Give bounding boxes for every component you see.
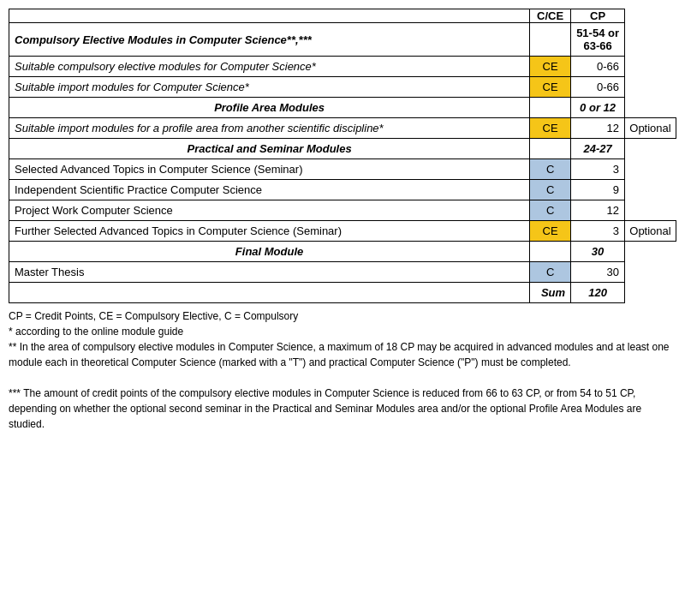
row-compulsory-elective-modules: Suitable compulsory elective modules for… [9,57,676,77]
section-final-module-optional [625,242,676,262]
row-independent-scientific: Independent Scientific Practice Computer… [9,180,676,200]
note-abbreviations: CP = Credit Points, CE = Compulsory Elec… [9,308,676,324]
cp-compulsory-elective: 0-66 [571,57,625,77]
optional-project-work [625,200,676,221]
optional-header [625,9,676,23]
section-final-module-cp: 30 [571,242,625,262]
cce-header: C/CE [530,9,571,23]
cp-import-cs: 0-66 [571,77,625,98]
cce-further-advanced: CE [530,221,571,242]
module-project-work: Project Work Computer Science [9,200,530,221]
sum-label-empty [9,283,530,303]
sum-label: Sum [530,283,571,303]
row-selected-advanced-topics: Selected Advanced Topics in Computer Sci… [9,159,676,180]
section-compulsory-elective-cce [530,23,571,57]
module-independent-scientific: Independent Scientific Practice Computer… [9,180,530,200]
note-triple-star: *** The amount of credit points of the c… [9,386,676,432]
sum-optional [625,283,676,303]
section-profile-area-label: Profile Area Modules [9,98,530,118]
section-profile-area: Profile Area Modules 0 or 12 [9,98,676,118]
cce-independent-scientific: C [530,180,571,200]
cp-selected-advanced: 3 [571,159,625,180]
section-compulsory-elective-cp: 51-54 or63-66 [571,23,625,57]
section-compulsory-elective: Compulsory Elective Modules in Computer … [9,23,676,57]
section-practical-seminar-optional [625,139,676,159]
cce-import-cs: CE [530,77,571,98]
sum-row: Sum 120 [9,283,676,303]
cp-master-thesis: 30 [571,262,625,283]
cp-header: CP [571,9,625,23]
optional-master-thesis [625,262,676,283]
optional-independent-scientific [625,180,676,200]
section-profile-area-optional [625,98,676,118]
note-double-star: ** In the area of compulsory elective mo… [9,339,676,370]
section-profile-area-cce [530,98,571,118]
section-final-module: Final Module 30 [9,242,676,262]
optional-further-advanced: Optional [625,221,676,242]
row-import-profile: Suitable import modules for a profile ar… [9,118,676,139]
cce-master-thesis: C [530,262,571,283]
section-compulsory-elective-label: Compulsory Elective Modules in Computer … [9,23,530,57]
module-master-thesis: Master Thesis [9,262,530,283]
row-further-advanced-topics: Further Selected Advanced Topics in Comp… [9,221,676,242]
section-profile-area-cp: 0 or 12 [571,98,625,118]
cp-further-advanced: 3 [571,221,625,242]
module-import-cs: Suitable import modules for Computer Sci… [9,77,530,98]
row-import-modules-cs: Suitable import modules for Computer Sci… [9,77,676,98]
section-final-module-cce [530,242,571,262]
module-header [9,9,530,23]
section-practical-seminar-cp: 24-27 [571,139,625,159]
cp-independent-scientific: 9 [571,180,625,200]
optional-selected-advanced [625,159,676,180]
section-practical-seminar-cce [530,139,571,159]
row-project-work: Project Work Computer Science C 12 [9,200,676,221]
table-header-row: C/CE CP [9,9,676,23]
section-final-module-label: Final Module [9,242,530,262]
cce-compulsory-elective: CE [530,57,571,77]
module-import-profile: Suitable import modules for a profile ar… [9,118,530,139]
cce-project-work: C [530,200,571,221]
note-module-guide: * according to the online module guide [9,324,676,339]
cce-selected-advanced: C [530,159,571,180]
optional-import-cs [625,77,676,98]
notes-section: CP = Credit Points, CE = Compulsory Elec… [9,308,676,432]
module-selected-advanced: Selected Advanced Topics in Computer Sci… [9,159,530,180]
row-master-thesis: Master Thesis C 30 [9,262,676,283]
section-compulsory-elective-optional [625,23,676,57]
cp-project-work: 12 [571,200,625,221]
module-further-advanced: Further Selected Advanced Topics in Comp… [9,221,530,242]
section-practical-seminar-label: Practical and Seminar Modules [9,139,530,159]
module-compulsory-elective: Suitable compulsory elective modules for… [9,57,530,77]
optional-import-profile: Optional [625,118,676,139]
cce-import-profile: CE [530,118,571,139]
optional-compulsory-elective [625,57,676,77]
section-practical-seminar: Practical and Seminar Modules 24-27 [9,139,676,159]
sum-cp: 120 [571,283,625,303]
cp-import-profile: 12 [571,118,625,139]
curriculum-table: C/CE CP Compulsory Elective Modules in C… [9,9,676,303]
